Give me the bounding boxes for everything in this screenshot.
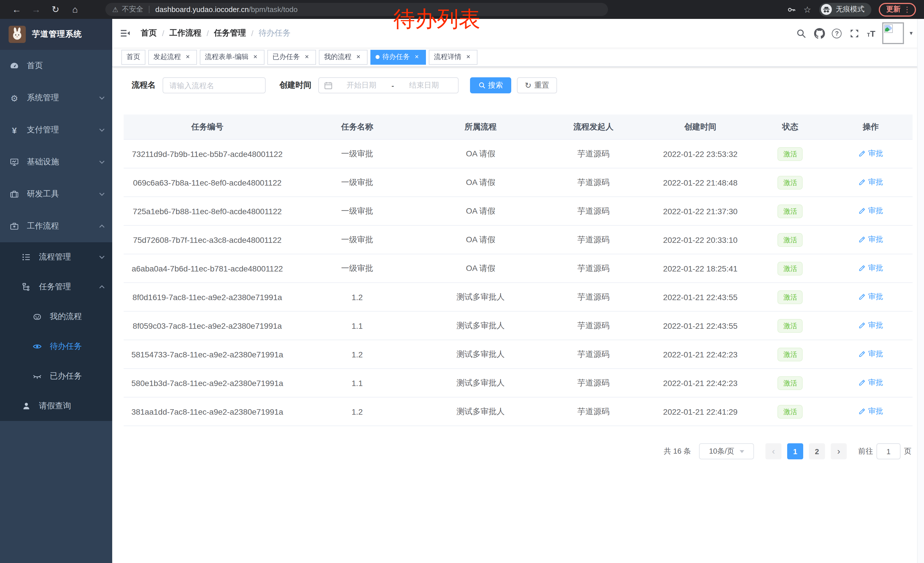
browser-menu-icon[interactable]: ⋮ xyxy=(903,5,911,14)
browser-back-icon[interactable]: ← xyxy=(7,0,26,19)
cell-task-name: 1.1 xyxy=(291,369,423,397)
tab-待办任务[interactable]: 待办任务× xyxy=(370,50,426,65)
approve-link[interactable]: 审批 xyxy=(858,263,883,273)
cell-action: 审批 xyxy=(829,254,912,283)
avatar[interactable] xyxy=(882,23,904,44)
start-date-placeholder[interactable]: 开始日期 xyxy=(333,80,390,90)
cell-process: 测试多审批人 xyxy=(423,340,538,369)
tab-已办任务[interactable]: 已办任务× xyxy=(267,50,316,65)
sidebar-item-workflow[interactable]: 工作流程 xyxy=(0,210,112,242)
sidebar-item-task-mgmt[interactable]: 任务管理 xyxy=(0,272,112,302)
close-icon[interactable]: × xyxy=(251,53,260,61)
reset-button[interactable]: ↻ 重置 xyxy=(517,77,557,93)
cell-status: 激活 xyxy=(752,168,829,197)
approve-link[interactable]: 审批 xyxy=(858,177,883,188)
address-bar[interactable]: ⚠ 不安全 dashboard.yudao.iocoder.cn /bpm/ta… xyxy=(105,3,608,16)
page-button-2[interactable]: 2 xyxy=(809,443,825,459)
close-icon[interactable]: × xyxy=(303,53,311,61)
date-range-picker[interactable]: 开始日期 - 结束日期 xyxy=(318,77,459,93)
sidebar-item-my-process[interactable]: 我的流程 xyxy=(0,302,112,332)
sidebar-item-system[interactable]: ⚙ 系统管理 xyxy=(0,82,112,114)
page-button-1[interactable]: 1 xyxy=(787,443,803,459)
approve-label: 审批 xyxy=(868,149,883,159)
security-label[interactable]: 不安全 xyxy=(122,5,143,14)
sidebar-item-done-tasks[interactable]: 已办任务 xyxy=(0,362,112,391)
sidebar-item-leave-query[interactable]: 请假查询 xyxy=(0,391,112,421)
cell-status: 激活 xyxy=(752,283,829,311)
sidebar-logo[interactable]: 芋道管理系统 xyxy=(0,19,112,50)
close-icon[interactable]: × xyxy=(184,53,192,61)
fullscreen-icon[interactable] xyxy=(849,27,860,39)
approve-link[interactable]: 审批 xyxy=(858,292,883,302)
tab-发起流程[interactable]: 发起流程× xyxy=(148,50,197,65)
caret-down-icon[interactable]: ▼ xyxy=(909,30,914,36)
chrome-update-button[interactable]: 更新 ⋮ xyxy=(879,3,916,17)
status-badge: 激活 xyxy=(778,290,803,304)
page-buttons: 12 xyxy=(782,443,825,459)
browser-forward-icon[interactable]: → xyxy=(26,0,46,19)
sidebar-item-todo-tasks[interactable]: 待办任务 xyxy=(0,332,112,362)
page-scrollbar[interactable] xyxy=(917,19,924,563)
search-icon[interactable] xyxy=(795,27,807,39)
broken-image-icon xyxy=(884,24,893,33)
sidebar-item-infra[interactable]: 基础设施 xyxy=(0,146,112,178)
font-size-icon[interactable]: TT xyxy=(867,29,875,38)
approve-label: 审批 xyxy=(868,177,883,188)
page-size-select[interactable]: 10条/页 xyxy=(699,443,754,459)
breadcrumb-item-2[interactable]: 任务管理 xyxy=(214,28,246,38)
approve-link[interactable]: 审批 xyxy=(858,406,883,417)
approve-link[interactable]: 审批 xyxy=(858,206,883,216)
cell-task-name: 1.2 xyxy=(291,283,423,311)
end-date-placeholder[interactable]: 结束日期 xyxy=(395,80,453,90)
cell-action: 审批 xyxy=(829,311,912,340)
cell-task-name: 1.1 xyxy=(291,311,423,340)
cell-task-name: 一级审批 xyxy=(291,140,423,168)
github-icon[interactable] xyxy=(814,27,825,39)
approve-link[interactable]: 审批 xyxy=(858,378,883,388)
sidebar-item-home[interactable]: 首页 xyxy=(0,50,112,82)
sidebar-item-process-mgmt[interactable]: 流程管理 xyxy=(0,242,112,272)
edit-icon xyxy=(858,293,866,301)
approve-link[interactable]: 审批 xyxy=(858,149,883,159)
status-badge: 激活 xyxy=(778,319,803,332)
breadcrumb-separator: / xyxy=(207,29,209,38)
search-button[interactable]: 搜索 xyxy=(470,77,511,93)
col-task-id: 任务编号 xyxy=(124,114,291,140)
prev-page-button[interactable]: ‹ xyxy=(765,443,782,459)
key-icon[interactable] xyxy=(787,5,796,14)
tab-首页[interactable]: 首页 xyxy=(122,50,146,65)
close-icon[interactable]: × xyxy=(464,53,472,61)
close-icon[interactable]: × xyxy=(413,53,421,61)
refresh-icon: ↻ xyxy=(525,81,531,89)
sidebar-item-payment[interactable]: ¥ 支付管理 xyxy=(0,114,112,146)
browser-reload-icon[interactable]: ↻ xyxy=(46,0,65,19)
page-unit-label: 页 xyxy=(904,446,911,456)
approve-link[interactable]: 审批 xyxy=(858,320,883,331)
tab-流程表单-编辑[interactable]: 流程表单-编辑× xyxy=(200,50,264,65)
close-icon[interactable]: × xyxy=(354,53,362,61)
table-header-row: 任务编号 任务名称 所属流程 流程发起人 创建时间 状态 操作 xyxy=(124,114,912,140)
approve-label: 审批 xyxy=(868,234,883,245)
cell-create-time: 2022-01-22 21:37:30 xyxy=(649,197,752,225)
breadcrumb-item-1[interactable]: 工作流程 xyxy=(170,28,201,38)
tab-流程详情[interactable]: 流程详情× xyxy=(429,50,477,65)
hamburger-icon[interactable] xyxy=(120,27,131,39)
bookmark-star-icon[interactable]: ☆ xyxy=(804,4,811,15)
approve-link[interactable]: 审批 xyxy=(858,234,883,245)
approve-label: 审批 xyxy=(868,320,883,331)
cell-status: 激活 xyxy=(752,311,829,340)
col-create-time: 创建时间 xyxy=(649,114,752,140)
browser-home-icon[interactable]: ⌂ xyxy=(65,0,85,19)
sidebar-item-label: 请假查询 xyxy=(39,401,71,411)
tab-我的流程[interactable]: 我的流程× xyxy=(319,50,368,65)
process-name-input[interactable] xyxy=(163,77,266,93)
chevron-down-icon xyxy=(99,192,105,196)
edit-icon xyxy=(858,207,866,215)
approve-link[interactable]: 审批 xyxy=(858,349,883,359)
next-page-button[interactable]: › xyxy=(831,443,847,459)
sidebar-item-label: 任务管理 xyxy=(39,282,71,292)
breadcrumb-item-0[interactable]: 首页 xyxy=(141,28,157,38)
help-icon[interactable]: ? xyxy=(832,29,842,38)
goto-page-input[interactable] xyxy=(876,443,900,459)
sidebar-item-devtools[interactable]: 研发工具 xyxy=(0,178,112,210)
